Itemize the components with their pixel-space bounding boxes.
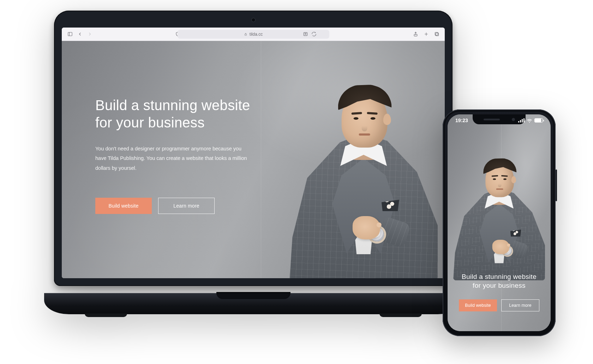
status-right bbox=[518, 118, 543, 123]
chevron-right-icon[interactable] bbox=[86, 31, 93, 37]
laptop-foot bbox=[85, 314, 127, 317]
svg-rect-10 bbox=[435, 32, 438, 35]
hero-copy: Build a stunning website for your busine… bbox=[95, 97, 272, 214]
hero-title: Build a stunning website for your busine… bbox=[95, 97, 272, 131]
address-bar-host: tilda.cc bbox=[250, 32, 263, 37]
lock-icon bbox=[244, 32, 247, 36]
sidebar-icon[interactable] bbox=[67, 31, 73, 37]
browser-toolbar: tilda.cc bbox=[62, 28, 445, 41]
hero-title-line2: for your business bbox=[95, 115, 205, 130]
toolbar-right bbox=[412, 31, 440, 37]
learn-more-button[interactable]: Learn more bbox=[158, 198, 215, 214]
hero-person-image bbox=[453, 151, 545, 278]
phone-hero-section: Build a stunning websitefor your busines… bbox=[448, 114, 551, 331]
battery-icon bbox=[534, 118, 543, 123]
svg-rect-0 bbox=[68, 32, 72, 36]
build-website-button[interactable]: Build website bbox=[95, 198, 152, 214]
build-website-button[interactable]: Build website bbox=[459, 299, 497, 311]
hero-section: Build a stunning website for your busine… bbox=[62, 41, 445, 278]
learn-more-button[interactable]: Learn more bbox=[501, 299, 539, 311]
tabs-icon[interactable] bbox=[433, 31, 440, 37]
hero-subtitle: You don't need a designer or programmer … bbox=[95, 144, 247, 173]
laptop-trackpad-notch bbox=[216, 292, 290, 299]
plus-icon[interactable] bbox=[423, 31, 429, 37]
svg-rect-3 bbox=[304, 32, 307, 36]
laptop-screen: tilda.cc bbox=[62, 28, 445, 278]
phone-screen: 19:23 bbox=[448, 114, 551, 331]
phone-hero-copy: Build a stunning websitefor your busines… bbox=[453, 272, 545, 311]
phone-side-button bbox=[556, 169, 557, 201]
url-right-controls bbox=[302, 31, 317, 37]
laptop-camera-icon bbox=[252, 18, 255, 22]
laptop-mockup: tilda.cc bbox=[44, 11, 462, 314]
chevron-left-icon[interactable] bbox=[77, 31, 83, 37]
phone-hero-title: Build a stunning websitefor your busines… bbox=[453, 272, 545, 290]
svg-rect-2 bbox=[245, 34, 246, 35]
status-time: 19:23 bbox=[455, 118, 468, 123]
laptop-foot bbox=[379, 314, 422, 317]
svg-rect-9 bbox=[436, 33, 438, 36]
share-icon[interactable] bbox=[412, 31, 419, 37]
reader-icon[interactable] bbox=[302, 31, 309, 37]
signal-icon bbox=[518, 118, 525, 123]
hero-title-line1: Build a stunning website bbox=[95, 97, 250, 113]
phone-status-bar: 19:23 bbox=[448, 116, 551, 125]
wifi-icon bbox=[527, 118, 532, 123]
laptop-lid: tilda.cc bbox=[54, 11, 453, 286]
hero-person-image bbox=[289, 73, 438, 278]
phone-hero-cta-row: Build website Learn more bbox=[453, 299, 545, 311]
hero-cta-row: Build website Learn more bbox=[95, 198, 272, 214]
phone-body: 19:23 bbox=[443, 109, 556, 336]
laptop-base bbox=[44, 293, 462, 314]
phone-mockup: 19:23 bbox=[443, 109, 556, 336]
refresh-icon[interactable] bbox=[311, 31, 317, 37]
